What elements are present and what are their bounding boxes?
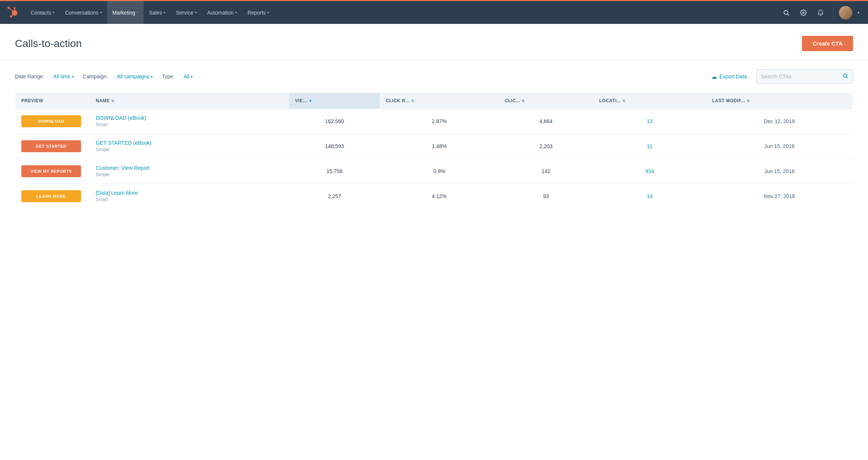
search-ctas-input[interactable] <box>761 73 842 79</box>
nav-service[interactable]: Service ▾ <box>171 1 202 25</box>
table-row: LEARN MORE [Data] Learn More Smart 2,257… <box>15 184 853 209</box>
nav-divider <box>833 7 834 19</box>
name-cell: [Data] Learn More Smart <box>90 184 289 209</box>
chevron-down-icon: ▾ <box>53 10 55 15</box>
locations-link[interactable]: 934 <box>645 168 654 174</box>
nav-automation[interactable]: Automation ▾ <box>202 1 242 25</box>
campaign-label: Campaign: <box>83 73 108 79</box>
table-row: GET STARTED GET STARTED (eBook) Simple 1… <box>15 134 853 159</box>
svg-line-4 <box>846 77 847 78</box>
clicks-cell: 93 <box>499 184 593 209</box>
type-chevron: ▾ <box>191 75 193 79</box>
avatar-image <box>839 6 852 19</box>
table-row: DOWNLOAD DOWNLOAD (eBook) Smart 162,560 … <box>15 109 853 134</box>
preview-cell: GET STARTED <box>15 134 90 159</box>
col-locations[interactable]: LOCATI... ⇅ <box>593 93 706 109</box>
click-rate-cell: 2.87% <box>380 109 498 134</box>
preview-cell: LEARN MORE <box>15 184 90 209</box>
cta-table: PREVIEW NAME ⇅ VIE... ▼ <box>15 93 853 209</box>
views-cell: 148,593 <box>289 134 380 159</box>
cta-name-link[interactable]: DOWNLOAD (eBook) <box>96 115 283 121</box>
user-avatar[interactable] <box>839 6 852 19</box>
type-label: Type: <box>162 73 174 79</box>
clicks-cell: 2,203 <box>499 134 593 159</box>
notifications-icon-button[interactable] <box>813 5 828 20</box>
settings-icon-button[interactable] <box>796 5 811 20</box>
clicks-cell: 4,664 <box>499 109 593 134</box>
date-range-chevron: ▾ <box>72 75 74 79</box>
campaign-chevron: ▾ <box>151 75 153 79</box>
create-cta-button[interactable]: Create CTA <box>802 36 853 51</box>
name-cell: GET STARTED (eBook) Simple <box>90 134 289 159</box>
preview-cell: DOWNLOAD <box>15 109 90 134</box>
col-lastmod[interactable]: LAST MODIF... ⇅ <box>706 93 853 109</box>
user-menu-chevron[interactable]: ▾ <box>855 5 862 20</box>
type-select[interactable]: All ▾ <box>184 73 193 79</box>
page-header: Calls-to-action Create CTA <box>0 24 868 60</box>
date-range-label: Date Range: <box>15 73 44 79</box>
clicks-cell: 142 <box>499 159 593 184</box>
cta-preview-button[interactable]: DOWNLOAD <box>21 115 81 127</box>
locations-cell: 13 <box>593 109 706 134</box>
locations-link[interactable]: 11 <box>647 143 653 149</box>
nav-contacts[interactable]: Contacts ▾ <box>25 1 60 25</box>
cta-name-link[interactable]: GET STARTED (eBook) <box>96 140 283 146</box>
cta-type: Simple <box>96 147 110 152</box>
click-rate-cell: 0.9% <box>380 159 498 184</box>
cta-table-wrapper: PREVIEW NAME ⇅ VIE... ▼ <box>0 93 868 224</box>
cta-preview-button[interactable]: VIEW MY REPORTS <box>21 165 81 177</box>
cloud-upload-icon: ☁ <box>711 73 717 80</box>
views-cell: 15,758 <box>289 159 380 184</box>
search-icon <box>842 73 848 80</box>
nav-icon-group: ▾ <box>779 5 862 20</box>
views-sort-icon: ▼ <box>309 99 312 103</box>
search-box <box>756 69 853 84</box>
col-views[interactable]: VIE... ▼ <box>289 93 380 109</box>
page-title: Calls-to-action <box>15 38 82 50</box>
col-clickrate[interactable]: CLICK R... ⇅ <box>380 93 498 109</box>
last-modified-cell: Jun 15, 2018 <box>706 134 853 159</box>
search-icon-button[interactable] <box>779 5 794 20</box>
cta-preview-button[interactable]: LEARN MORE <box>21 190 81 202</box>
nav-conversations[interactable]: Conversations ▾ <box>60 1 107 25</box>
cta-type: Simple <box>96 172 110 177</box>
locations-cell: 11 <box>593 134 706 159</box>
svg-line-1 <box>787 14 788 15</box>
locations-link[interactable]: 13 <box>647 118 653 124</box>
cta-preview-button[interactable]: GET STARTED <box>21 140 81 152</box>
col-preview: PREVIEW <box>15 93 90 109</box>
chevron-down-icon: ▾ <box>137 10 139 15</box>
lastmod-sort-icon: ⇅ <box>747 99 750 103</box>
svg-point-2 <box>803 12 805 13</box>
table-body: DOWNLOAD DOWNLOAD (eBook) Smart 162,560 … <box>15 109 853 209</box>
locations-link[interactable]: 14 <box>647 193 653 199</box>
main-content: Calls-to-action Create CTA Date Range: A… <box>0 24 868 460</box>
preview-cell: VIEW MY REPORTS <box>15 159 90 184</box>
chevron-down-icon: ▾ <box>100 10 102 15</box>
last-modified-cell: Jun 15, 2018 <box>706 159 853 184</box>
table-header: PREVIEW NAME ⇅ VIE... ▼ <box>15 93 853 109</box>
cta-type: Smart <box>96 122 108 127</box>
export-data-button[interactable]: ☁ Export Data <box>711 73 747 80</box>
cta-name-link[interactable]: [Data] Learn More <box>96 190 283 196</box>
chevron-down-icon: ▾ <box>267 10 269 15</box>
col-clicks[interactable]: CLIC... ⇅ <box>499 93 593 109</box>
locations-cell: 14 <box>593 184 706 209</box>
nav-reports[interactable]: Reports ▾ <box>242 1 274 25</box>
col-name[interactable]: NAME ⇅ <box>90 93 289 109</box>
filters-bar: Date Range: All time ▾ Campaign: All cam… <box>0 60 868 93</box>
chevron-down-icon: ▾ <box>195 10 197 15</box>
nav-marketing[interactable]: Marketing ▾ <box>107 1 144 25</box>
views-cell: 2,257 <box>289 184 380 209</box>
click-rate-cell: 4.12% <box>380 184 498 209</box>
navigation: Contacts ▾ Conversations ▾ Marketing ▾ S… <box>0 0 868 24</box>
date-range-select[interactable]: All time ▾ <box>53 73 74 79</box>
hubspot-logo[interactable] <box>6 5 21 20</box>
nav-sales[interactable]: Sales ▾ <box>144 1 171 25</box>
cta-type: Smart <box>96 197 108 202</box>
chevron-down-icon: ▾ <box>164 10 165 15</box>
cta-name-link[interactable]: Customer: View Report <box>96 165 283 171</box>
table-row: VIEW MY REPORTS Customer: View Report Si… <box>15 159 853 184</box>
name-cell: Customer: View Report Simple <box>90 159 289 184</box>
campaign-select[interactable]: All campaigns ▾ <box>117 73 153 79</box>
